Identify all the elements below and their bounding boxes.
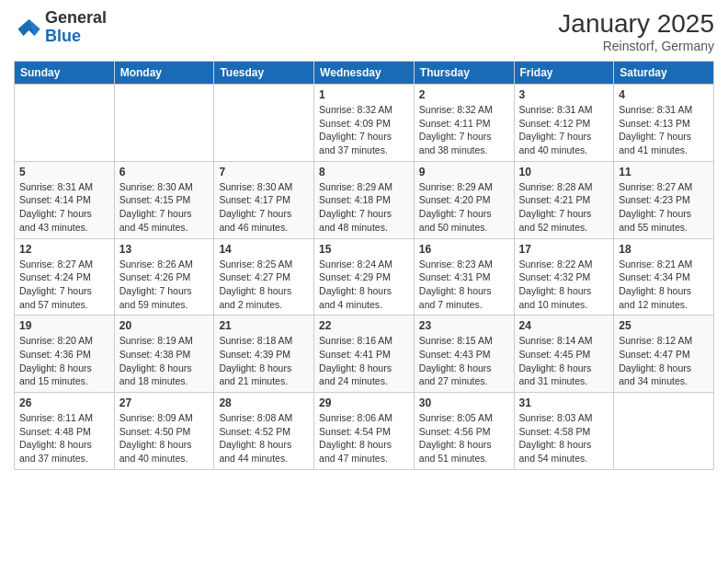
header-monday: Monday (114, 62, 214, 85)
cell-2-6: 18Sunrise: 8:21 AMSunset: 4:34 PMDayligh… (614, 238, 714, 316)
cell-2-2: 14Sunrise: 8:25 AMSunset: 4:27 PMDayligh… (214, 238, 314, 316)
cell-4-3: 29Sunrise: 8:06 AMSunset: 4:54 PMDayligh… (314, 393, 415, 470)
day-info: Sunrise: 8:19 AMSunset: 4:38 PMDaylight:… (119, 334, 210, 388)
day-info: Sunrise: 8:18 AMSunset: 4:39 PMDaylight:… (219, 334, 309, 388)
cell-4-5: 31Sunrise: 8:03 AMSunset: 4:58 PMDayligh… (514, 393, 614, 470)
day-number: 1 (319, 88, 409, 101)
cell-4-1: 27Sunrise: 8:09 AMSunset: 4:50 PMDayligh… (114, 393, 214, 470)
header-tuesday: Tuesday (214, 62, 314, 85)
location: Reinstorf, Germany (558, 39, 714, 53)
day-number: 12 (19, 243, 109, 256)
week-row-2: 5Sunrise: 8:31 AMSunset: 4:14 PMDaylight… (15, 161, 714, 238)
cell-3-1: 20Sunrise: 8:19 AMSunset: 4:38 PMDayligh… (114, 316, 214, 393)
cell-1-6: 11Sunrise: 8:27 AMSunset: 4:23 PMDayligh… (614, 161, 714, 238)
day-info: Sunrise: 8:29 AMSunset: 4:20 PMDaylight:… (419, 180, 509, 235)
day-info: Sunrise: 8:20 AMSunset: 4:36 PMDaylight:… (19, 334, 109, 388)
weekday-header-row: Sunday Monday Tuesday Wednesday Thursday… (15, 62, 714, 85)
week-row-4: 19Sunrise: 8:20 AMSunset: 4:36 PMDayligh… (15, 316, 714, 393)
page-container: General Blue January 2025 Reinstorf, Ger… (0, 0, 728, 563)
cell-3-2: 21Sunrise: 8:18 AMSunset: 4:39 PMDayligh… (214, 316, 314, 393)
day-info: Sunrise: 8:08 AMSunset: 4:52 PMDaylight:… (219, 411, 309, 465)
day-number: 19 (19, 319, 109, 332)
day-number: 10 (519, 166, 609, 178)
logo-blue: Blue (45, 27, 81, 45)
logo: General Blue (14, 9, 107, 46)
day-info: Sunrise: 8:21 AMSunset: 4:34 PMDaylight:… (619, 258, 709, 312)
day-info: Sunrise: 8:03 AMSunset: 4:58 PMDaylight:… (519, 411, 609, 465)
cell-0-1 (114, 85, 214, 162)
day-number: 13 (119, 243, 210, 256)
cell-1-2: 7Sunrise: 8:30 AMSunset: 4:17 PMDaylight… (214, 161, 314, 238)
day-info: Sunrise: 8:24 AMSunset: 4:29 PMDaylight:… (319, 258, 409, 312)
day-info: Sunrise: 8:05 AMSunset: 4:56 PMDaylight:… (419, 411, 509, 465)
day-number: 25 (619, 319, 709, 332)
header-wednesday: Wednesday (314, 62, 415, 85)
day-number: 6 (119, 166, 210, 178)
cell-2-0: 12Sunrise: 8:27 AMSunset: 4:24 PMDayligh… (15, 238, 115, 316)
cell-0-6: 4Sunrise: 8:31 AMSunset: 4:13 PMDaylight… (614, 85, 714, 162)
cell-0-2 (214, 85, 314, 162)
logo-general: General (45, 8, 107, 27)
cell-2-4: 16Sunrise: 8:23 AMSunset: 4:31 PMDayligh… (414, 238, 514, 316)
day-info: Sunrise: 8:32 AMSunset: 4:11 PMDaylight:… (419, 103, 509, 157)
day-number: 7 (219, 166, 309, 178)
day-info: Sunrise: 8:31 AMSunset: 4:13 PMDaylight:… (619, 103, 709, 157)
cell-1-4: 9Sunrise: 8:29 AMSunset: 4:20 PMDaylight… (414, 161, 514, 238)
cell-1-3: 8Sunrise: 8:29 AMSunset: 4:18 PMDaylight… (314, 161, 415, 238)
day-number: 8 (319, 166, 409, 178)
cell-1-1: 6Sunrise: 8:30 AMSunset: 4:15 PMDaylight… (114, 161, 214, 238)
cell-4-6 (614, 393, 714, 470)
cell-2-1: 13Sunrise: 8:26 AMSunset: 4:26 PMDayligh… (114, 238, 214, 316)
cell-3-0: 19Sunrise: 8:20 AMSunset: 4:36 PMDayligh… (15, 316, 115, 393)
day-info: Sunrise: 8:30 AMSunset: 4:15 PMDaylight:… (119, 180, 210, 235)
day-info: Sunrise: 8:06 AMSunset: 4:54 PMDaylight:… (319, 411, 409, 465)
day-number: 20 (119, 319, 210, 332)
day-info: Sunrise: 8:26 AMSunset: 4:26 PMDaylight:… (119, 258, 210, 312)
cell-0-5: 3Sunrise: 8:31 AMSunset: 4:12 PMDaylight… (514, 85, 614, 162)
day-info: Sunrise: 8:32 AMSunset: 4:09 PMDaylight:… (319, 103, 409, 157)
day-info: Sunrise: 8:27 AMSunset: 4:23 PMDaylight:… (619, 180, 709, 235)
day-number: 9 (419, 166, 509, 178)
header-thursday: Thursday (414, 62, 514, 85)
calendar-table: Sunday Monday Tuesday Wednesday Thursday… (14, 61, 714, 470)
cell-3-5: 24Sunrise: 8:14 AMSunset: 4:45 PMDayligh… (514, 316, 614, 393)
day-number: 21 (219, 319, 309, 332)
logo-text: General Blue (45, 9, 107, 46)
cell-4-4: 30Sunrise: 8:05 AMSunset: 4:56 PMDayligh… (414, 393, 514, 470)
month-title: January 2025 (558, 9, 714, 39)
page-header: General Blue January 2025 Reinstorf, Ger… (14, 9, 714, 53)
header-friday: Friday (514, 62, 614, 85)
day-number: 5 (19, 166, 109, 178)
day-number: 2 (419, 88, 509, 101)
cell-4-2: 28Sunrise: 8:08 AMSunset: 4:52 PMDayligh… (214, 393, 314, 470)
day-number: 4 (619, 88, 709, 101)
cell-3-6: 25Sunrise: 8:12 AMSunset: 4:47 PMDayligh… (614, 316, 714, 393)
cell-1-5: 10Sunrise: 8:28 AMSunset: 4:21 PMDayligh… (514, 161, 614, 238)
day-number: 31 (519, 396, 609, 409)
week-row-3: 12Sunrise: 8:27 AMSunset: 4:24 PMDayligh… (15, 238, 714, 316)
cell-0-4: 2Sunrise: 8:32 AMSunset: 4:11 PMDaylight… (414, 85, 514, 162)
day-info: Sunrise: 8:14 AMSunset: 4:45 PMDaylight:… (519, 334, 609, 388)
cell-4-0: 26Sunrise: 8:11 AMSunset: 4:48 PMDayligh… (15, 393, 115, 470)
logo-icon (14, 14, 41, 41)
day-number: 28 (219, 396, 309, 409)
day-info: Sunrise: 8:09 AMSunset: 4:50 PMDaylight:… (119, 411, 210, 465)
day-number: 26 (19, 396, 109, 409)
day-info: Sunrise: 8:12 AMSunset: 4:47 PMDaylight:… (619, 334, 709, 388)
day-number: 16 (419, 243, 509, 256)
cell-2-5: 17Sunrise: 8:22 AMSunset: 4:32 PMDayligh… (514, 238, 614, 316)
day-info: Sunrise: 8:25 AMSunset: 4:27 PMDaylight:… (219, 258, 309, 312)
cell-1-0: 5Sunrise: 8:31 AMSunset: 4:14 PMDaylight… (15, 161, 115, 238)
day-info: Sunrise: 8:15 AMSunset: 4:43 PMDaylight:… (419, 334, 509, 388)
week-row-1: 1Sunrise: 8:32 AMSunset: 4:09 PMDaylight… (15, 85, 714, 162)
day-number: 17 (519, 243, 609, 256)
day-number: 3 (519, 88, 609, 101)
day-info: Sunrise: 8:29 AMSunset: 4:18 PMDaylight:… (319, 180, 409, 235)
day-number: 27 (119, 396, 210, 409)
day-number: 15 (319, 243, 409, 256)
day-number: 14 (219, 243, 309, 256)
day-number: 22 (319, 319, 409, 332)
day-info: Sunrise: 8:31 AMSunset: 4:14 PMDaylight:… (19, 180, 109, 235)
cell-0-0 (15, 85, 115, 162)
cell-2-3: 15Sunrise: 8:24 AMSunset: 4:29 PMDayligh… (314, 238, 415, 316)
